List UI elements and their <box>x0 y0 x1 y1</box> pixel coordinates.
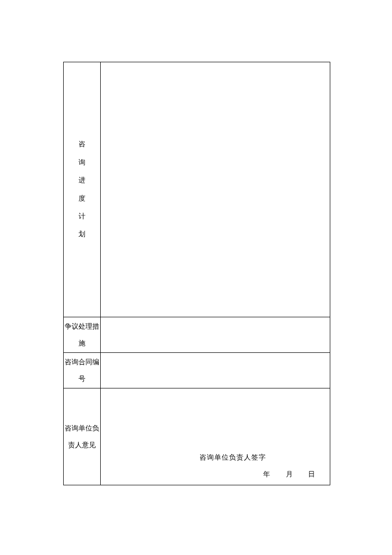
label-char: 询 <box>64 154 100 171</box>
unit-opinion-label: 咨询单位负责人意见 <box>64 388 101 485</box>
label-char: 进 <box>64 171 100 189</box>
date-line: 年 月 日 <box>251 470 316 479</box>
contract-number-content <box>100 353 330 388</box>
dispute-measures-label: 争议处理措施 <box>64 317 101 353</box>
label-char: 划 <box>64 225 100 243</box>
dispute-measures-content <box>100 317 330 353</box>
unit-opinion-content: 咨询单位负责人签字 年 月 日 <box>100 388 330 485</box>
table-row: 争议处理措施 <box>64 317 330 353</box>
contract-number-label: 咨询合同编号 <box>64 353 101 388</box>
date-month: 月 <box>286 470 294 479</box>
date-day: 日 <box>308 470 316 479</box>
label-char: 度 <box>64 190 100 208</box>
form-table: 咨 询 进 度 计 划 争议处理措施 咨询合同编号 咨询单位负责人意见 咨询单位… <box>63 62 330 485</box>
consultation-plan-content <box>100 62 330 317</box>
label-char: 咨 <box>64 135 100 153</box>
table-row: 咨询合同编号 <box>64 353 330 388</box>
label-char: 计 <box>64 208 100 225</box>
table-row: 咨 询 进 度 计 划 <box>64 62 330 317</box>
signature-label: 咨询单位负责人签字 <box>199 453 266 462</box>
date-year: 年 <box>263 470 271 479</box>
signature-area: 咨询单位负责人签字 年 月 日 <box>101 388 330 485</box>
consultation-plan-label: 咨 询 进 度 计 划 <box>64 62 101 317</box>
table-row: 咨询单位负责人意见 咨询单位负责人签字 年 月 日 <box>64 388 330 485</box>
